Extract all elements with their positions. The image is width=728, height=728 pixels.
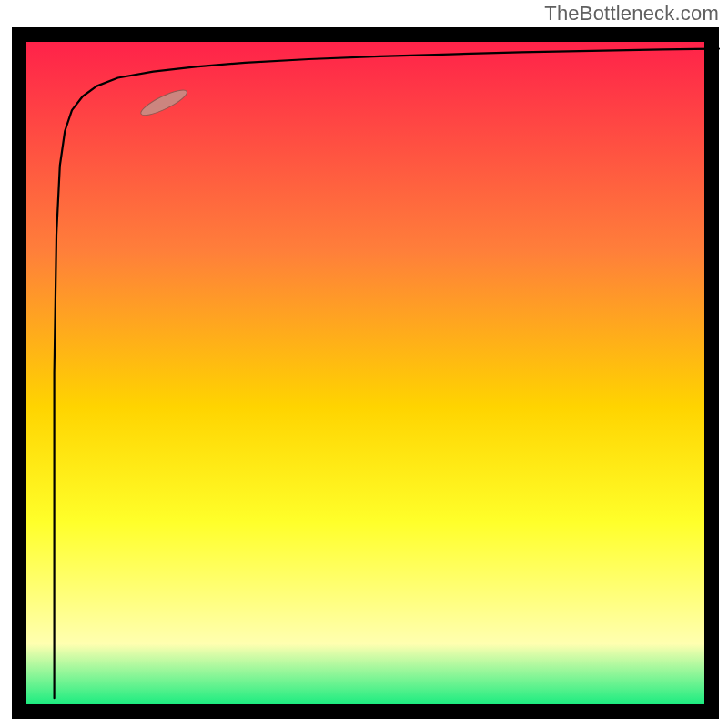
watermark-text: TheBottleneck.com: [544, 2, 719, 25]
chart-stage: TheBottleneck.com: [0, 0, 728, 728]
chart-svg: [0, 0, 728, 728]
plot-background: [19, 35, 712, 712]
